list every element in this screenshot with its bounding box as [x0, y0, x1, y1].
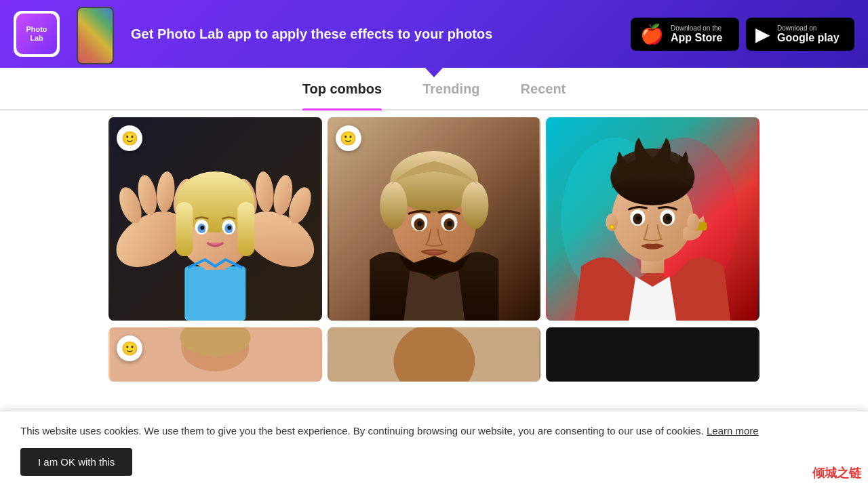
svg-rect-15: [176, 202, 193, 256]
app-store-label: Download on the App Store: [671, 24, 722, 44]
card-5-svg: [328, 327, 541, 382]
svg-point-46: [666, 216, 671, 221]
svg-point-49: [688, 214, 700, 231]
gallery-card-1[interactable]: 🙂: [108, 117, 322, 321]
banner-promo-text: Get Photo Lab app to apply these effects…: [131, 26, 610, 42]
gallery-card-4[interactable]: 🙂: [108, 327, 322, 382]
svg-point-27: [380, 182, 407, 229]
apple-icon: 🍎: [640, 23, 664, 45]
watermark: 倾城之链: [812, 465, 861, 481]
app-store-button[interactable]: 🍎 Download on the App Store: [631, 18, 739, 51]
tab-recent[interactable]: Recent: [521, 81, 566, 109]
avatar-badge-2: 🙂: [336, 125, 361, 151]
banner-arrow: [424, 66, 444, 77]
learn-more-link[interactable]: Learn more: [707, 425, 759, 436]
svg-rect-11: [184, 266, 245, 321]
svg-point-21: [200, 226, 204, 230]
cookie-message: This website uses cookies. We use them t…: [20, 424, 848, 439]
svg-point-34: [447, 221, 452, 226]
gallery-card-6[interactable]: [546, 327, 760, 382]
cartoon-man-svg: [328, 117, 541, 321]
svg-point-28: [461, 182, 488, 229]
gallery-grid-bottom: 🙂: [0, 327, 868, 382]
svg-point-55: [393, 327, 475, 382]
cookie-banner: This website uses cookies. We use them t…: [0, 411, 868, 489]
avatar-badge-4: 🙂: [117, 336, 142, 361]
app-logo: PhotoLab: [14, 11, 60, 57]
google-play-button[interactable]: ▶ Download on Google play: [746, 18, 854, 51]
svg-point-22: [227, 226, 231, 230]
svg-point-50: [610, 225, 614, 229]
gallery-grid: 🙂: [0, 110, 868, 327]
svg-point-33: [417, 221, 422, 226]
card-6-svg: [546, 327, 760, 382]
google-play-label: Download on Google play: [777, 24, 840, 44]
phone-mockup-image: [70, 3, 117, 64]
colorful-portrait-svg: [546, 117, 760, 321]
cartoon-girl-svg: [108, 117, 322, 321]
svg-rect-16: [237, 202, 254, 256]
app-banner: PhotoLab Get Photo Lab app to apply thes…: [0, 0, 868, 68]
tab-trending[interactable]: Trending: [422, 81, 479, 109]
svg-rect-56: [548, 327, 758, 382]
cookie-accept-button[interactable]: I am OK with this: [20, 448, 132, 476]
gallery-card-5[interactable]: [328, 327, 541, 382]
tab-top-combos[interactable]: Top combos: [302, 81, 382, 109]
avatar-badge-1: 🙂: [117, 125, 142, 151]
gallery-card-2[interactable]: 🙂: [328, 117, 541, 321]
logo-text: PhotoLab: [26, 25, 47, 43]
svg-point-45: [636, 216, 641, 221]
gallery-card-3[interactable]: [546, 117, 760, 321]
google-play-icon: ▶: [755, 23, 770, 45]
